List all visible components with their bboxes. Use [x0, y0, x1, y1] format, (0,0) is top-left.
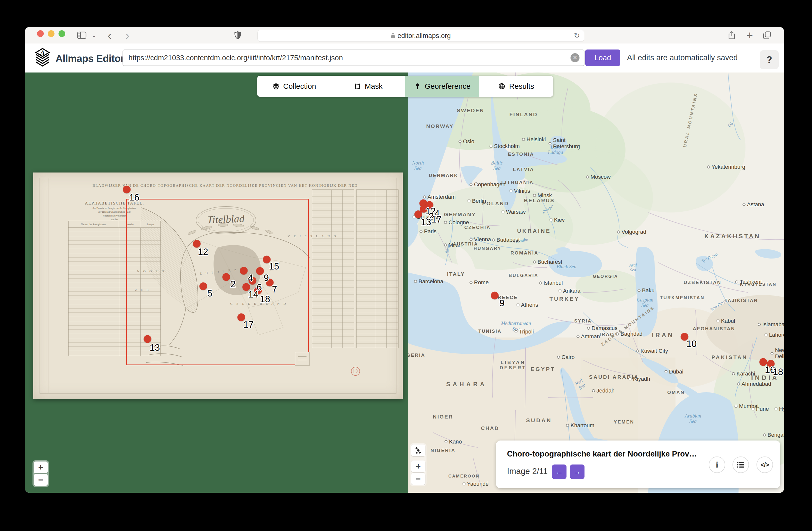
control-point[interactable]	[243, 283, 250, 291]
share-icon[interactable]	[728, 27, 736, 43]
control-point-label: 2	[231, 279, 236, 289]
zoom-window-button[interactable]	[58, 30, 65, 37]
clear-input-button[interactable]: ✕	[570, 53, 580, 62]
tab-overview-icon[interactable]	[763, 27, 771, 43]
tab-label: Mask	[365, 82, 383, 90]
control-point[interactable]	[681, 333, 688, 341]
control-point[interactable]	[759, 358, 767, 366]
tab-georeference[interactable]: Georeference	[405, 76, 479, 97]
list-button[interactable]	[733, 457, 749, 473]
tab-label: Results	[509, 82, 534, 90]
url-text: editor.allmaps.org	[397, 32, 451, 40]
control-point-label: 12	[198, 247, 208, 257]
pin-icon	[414, 83, 421, 90]
control-point-label: 18	[260, 294, 270, 304]
zoom-in-button[interactable]: +	[34, 461, 48, 473]
satellite-toggle-button[interactable]	[411, 445, 425, 456]
load-button[interactable]: Load	[585, 49, 620, 66]
control-point-label: 4	[435, 209, 440, 219]
control-point[interactable]	[144, 335, 151, 343]
map-controls: + −	[410, 443, 426, 486]
image-title: Choro-topographische kaart der Noordelij…	[507, 449, 697, 459]
left-gcp-label-layer: 16122415976141851713	[25, 72, 408, 493]
control-point-label: 13	[149, 343, 160, 353]
browser-window: ⌄ ‹ › editor.allmaps.org ↻ +	[25, 27, 784, 493]
control-point[interactable]	[767, 360, 775, 368]
code-button[interactable]: </>	[756, 457, 773, 473]
browser-toolbar: ⌄ ‹ › editor.allmaps.org ↻ +	[25, 27, 784, 44]
satellite-icon	[414, 446, 422, 455]
control-point[interactable]	[263, 256, 271, 263]
svg-text:A: A	[40, 49, 44, 56]
image-zoom-control: + −	[32, 460, 49, 487]
list-icon	[737, 461, 744, 468]
image-panel: BLADWIJZER VAN DE CHORO-TOPOGRAPHISCHE K…	[25, 72, 408, 493]
control-point[interactable]	[237, 314, 245, 321]
mask-icon	[354, 83, 361, 90]
tab-results[interactable]: Results	[479, 76, 553, 97]
shield-icon[interactable]	[234, 27, 241, 43]
control-point[interactable]	[249, 277, 257, 285]
control-point-label: 15	[269, 261, 279, 272]
info-button[interactable]: i	[709, 457, 725, 473]
control-point-label: 17	[431, 214, 441, 225]
control-point-label: 16	[129, 192, 139, 202]
tab-label: Collection	[283, 82, 316, 90]
help-button[interactable]: ?	[760, 50, 779, 69]
control-point[interactable]	[200, 283, 207, 290]
tab-label: Georeference	[425, 82, 470, 90]
autosave-note: All edits are automatically saved	[627, 49, 738, 66]
control-point-label: 9	[499, 298, 505, 308]
control-point-label: 10	[686, 339, 696, 349]
control-point-label: 17	[243, 319, 253, 330]
map-panel[interactable]: SWEDENFINLANDNORWAYESTONIALATVIALITHUANI…	[408, 72, 784, 493]
control-point[interactable]	[491, 292, 499, 300]
right-gcp-label-layer: 124217139101618	[408, 72, 784, 493]
allmaps-logo: A	[32, 48, 53, 69]
reload-icon[interactable]: ↻	[574, 31, 580, 40]
sidebar-icon[interactable]	[77, 27, 87, 43]
image-info-card: Choro-topographische kaart der Noordelij…	[496, 441, 780, 488]
control-point[interactable]	[123, 186, 131, 193]
app-title: Allmaps Editor	[56, 53, 124, 64]
main-content: BLADWIJZER VAN DE CHORO-TOPOGRAPHISCHE K…	[25, 72, 784, 493]
tab-collection[interactable]: Collection	[257, 76, 331, 97]
control-point[interactable]	[193, 240, 201, 248]
new-tab-button[interactable]: +	[746, 27, 753, 43]
forward-button[interactable]: ›	[126, 27, 130, 43]
control-point-label: 7	[272, 284, 277, 295]
control-point-label: 18	[773, 367, 783, 377]
minimize-window-button[interactable]	[48, 30, 55, 37]
chevron-down-icon[interactable]: ⌄	[91, 27, 97, 43]
previous-image-button[interactable]: ←	[552, 464, 566, 479]
manifest-url-value: https://cdm21033.contentdm.oclc.org/iiif…	[129, 54, 343, 62]
manifest-url-input[interactable]: https://cdm21033.contentdm.oclc.org/iiif…	[122, 49, 584, 66]
lock-icon	[391, 33, 395, 39]
close-window-button[interactable]	[37, 30, 44, 37]
control-point-label: 2	[429, 211, 434, 221]
address-bar[interactable]: editor.allmaps.org ↻	[258, 30, 584, 42]
app-header: A Allmaps Editor https://cdm21033.conten…	[25, 43, 784, 73]
globe-icon	[498, 83, 506, 90]
mode-tabs: Collection Mask Georeference	[257, 76, 553, 97]
map-zoom-in-button[interactable]: +	[411, 460, 425, 472]
tab-mask[interactable]: Mask	[331, 76, 405, 97]
back-button[interactable]: ‹	[107, 27, 112, 43]
layers-icon	[272, 83, 280, 90]
control-point[interactable]	[415, 211, 422, 218]
control-point[interactable]	[266, 279, 274, 287]
control-point[interactable]	[240, 267, 248, 275]
control-point[interactable]	[254, 287, 262, 295]
map-zoom-out-button[interactable]: −	[411, 473, 425, 485]
next-image-button[interactable]: →	[570, 464, 584, 479]
control-point-label: 13	[421, 217, 431, 227]
control-point[interactable]	[222, 273, 230, 281]
zoom-out-button[interactable]: −	[34, 474, 48, 486]
control-point-label: 5	[207, 288, 213, 299]
image-counter: Image 2/11	[507, 467, 548, 476]
control-point[interactable]	[256, 267, 264, 275]
